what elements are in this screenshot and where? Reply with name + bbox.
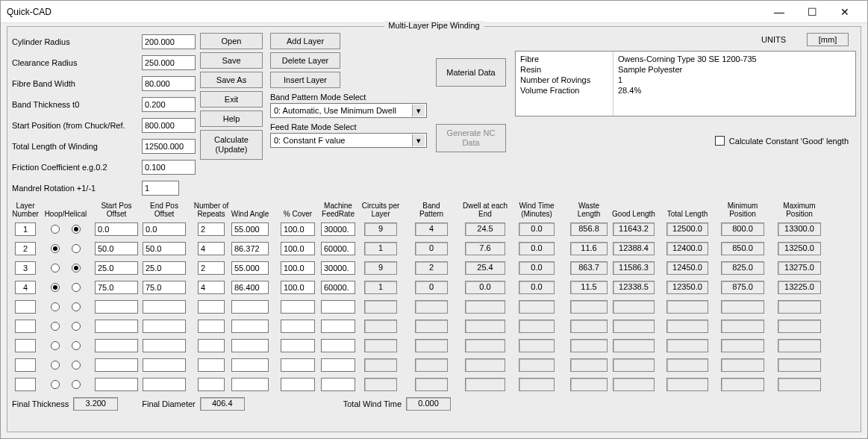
cylinder-radius-input[interactable]	[142, 34, 196, 49]
wind-angle-input[interactable]	[231, 358, 269, 372]
band-thickness-label: Band Thickness t0	[12, 100, 139, 109]
helical-radio[interactable]	[72, 244, 81, 253]
num-repeats-input[interactable]	[198, 339, 225, 352]
wind-angle-input[interactable]	[231, 222, 269, 236]
start-pos-offset-input[interactable]	[95, 281, 138, 294]
calculate-button[interactable]: Calculate (Update)	[200, 130, 263, 160]
wind-angle-input[interactable]	[231, 261, 269, 275]
end-pos-offset-input[interactable]	[143, 378, 186, 391]
wind-angle-input[interactable]	[231, 281, 269, 294]
insert-layer-button[interactable]: Insert Layer	[270, 72, 340, 88]
generate-nc-button[interactable]: Generate NC Data	[436, 124, 506, 152]
pct-cover-input[interactable]	[281, 320, 315, 333]
start-pos-offset-input[interactable]	[95, 320, 138, 333]
max-position-value: 13275.0	[778, 261, 821, 275]
feed-rate-input[interactable]	[321, 378, 355, 391]
feed-rate-mode-select[interactable]: 0: Constant F value	[270, 133, 427, 148]
save-as-button[interactable]: Save As	[200, 72, 263, 88]
wind-angle-input[interactable]	[231, 242, 269, 255]
end-pos-offset-input[interactable]	[143, 281, 186, 294]
helical-radio[interactable]	[72, 341, 81, 350]
feed-rate-input[interactable]	[321, 261, 355, 275]
hoop-radio[interactable]	[51, 322, 60, 331]
helical-radio[interactable]	[72, 380, 81, 389]
start-pos-offset-input[interactable]	[95, 378, 138, 391]
num-repeats-input[interactable]	[198, 261, 225, 275]
hoop-radio[interactable]	[51, 225, 60, 234]
num-repeats-input[interactable]	[198, 358, 225, 372]
end-pos-offset-input[interactable]	[143, 300, 186, 314]
start-position-input[interactable]	[142, 118, 196, 133]
open-button[interactable]: Open	[200, 33, 263, 49]
num-repeats-input[interactable]	[198, 281, 225, 294]
feed-rate-input[interactable]	[321, 242, 355, 255]
end-pos-offset-input[interactable]	[143, 261, 186, 275]
pct-cover-input[interactable]	[281, 281, 315, 294]
num-repeats-input[interactable]	[198, 222, 225, 236]
start-pos-offset-input[interactable]	[95, 261, 138, 275]
layer-row	[12, 318, 856, 334]
hoop-radio[interactable]	[51, 302, 60, 311]
hoop-radio[interactable]	[51, 244, 60, 253]
pct-cover-input[interactable]	[281, 222, 315, 236]
feed-rate-input[interactable]	[321, 300, 355, 314]
wind-angle-input[interactable]	[231, 300, 269, 314]
hoop-radio[interactable]	[51, 264, 60, 273]
exit-button[interactable]: Exit	[200, 91, 263, 108]
helical-radio[interactable]	[72, 322, 81, 331]
wind-angle-input[interactable]	[231, 339, 269, 352]
friction-coeff-input[interactable]	[142, 160, 196, 175]
pct-cover-input[interactable]	[281, 242, 315, 255]
helical-radio[interactable]	[72, 225, 81, 234]
feed-rate-input[interactable]	[321, 281, 355, 294]
start-pos-offset-input[interactable]	[95, 339, 138, 352]
close-icon[interactable]: ✕	[828, 1, 861, 22]
fibre-band-width-input[interactable]	[142, 76, 196, 91]
helical-radio[interactable]	[72, 264, 81, 273]
pct-cover-input[interactable]	[281, 300, 315, 314]
add-layer-button[interactable]: Add Layer	[270, 33, 340, 49]
hoop-radio[interactable]	[51, 283, 60, 292]
mandrel-rotation-input[interactable]	[142, 181, 179, 196]
wind-angle-input[interactable]	[231, 320, 269, 333]
save-button[interactable]: Save	[200, 52, 263, 69]
band-pattern-mode-select[interactable]: 0: Automatic, Use Minimum Dwell	[270, 103, 427, 118]
hoop-radio[interactable]	[51, 341, 60, 350]
helical-radio[interactable]	[72, 302, 81, 311]
maximize-icon[interactable]: ☐	[796, 1, 828, 22]
material-data-button[interactable]: Material Data	[436, 58, 506, 87]
clearance-radius-input[interactable]	[142, 55, 196, 70]
end-pos-offset-input[interactable]	[143, 358, 186, 372]
helical-radio[interactable]	[72, 283, 81, 292]
end-pos-offset-input[interactable]	[143, 242, 186, 255]
wind-angle-input[interactable]	[231, 378, 269, 391]
feed-rate-input[interactable]	[321, 358, 355, 372]
num-repeats-input[interactable]	[198, 242, 225, 255]
pct-cover-input[interactable]	[281, 378, 315, 391]
hoop-radio[interactable]	[51, 361, 60, 370]
end-pos-offset-input[interactable]	[143, 339, 186, 352]
feed-rate-input[interactable]	[321, 222, 355, 236]
help-button[interactable]: Help	[200, 110, 263, 127]
end-pos-offset-input[interactable]	[143, 320, 186, 333]
calc-good-length-checkbox[interactable]	[715, 136, 725, 146]
feed-rate-input[interactable]	[321, 320, 355, 333]
delete-layer-button[interactable]: Delete Layer	[270, 52, 340, 69]
num-repeats-input[interactable]	[198, 300, 225, 314]
start-pos-offset-input[interactable]	[95, 242, 138, 255]
helical-radio[interactable]	[72, 361, 81, 370]
end-pos-offset-input[interactable]	[143, 222, 186, 236]
num-repeats-input[interactable]	[198, 378, 225, 391]
minimize-icon[interactable]: —	[763, 1, 796, 22]
hoop-radio[interactable]	[51, 380, 60, 389]
pct-cover-input[interactable]	[281, 358, 315, 372]
pct-cover-input[interactable]	[281, 261, 315, 275]
pct-cover-input[interactable]	[281, 339, 315, 352]
feed-rate-input[interactable]	[321, 339, 355, 352]
start-pos-offset-input[interactable]	[95, 358, 138, 372]
start-pos-offset-input[interactable]	[95, 222, 138, 236]
start-pos-offset-input[interactable]	[95, 300, 138, 314]
num-repeats-input[interactable]	[198, 320, 225, 333]
total-length-input[interactable]	[142, 139, 196, 154]
band-thickness-input[interactable]	[142, 97, 196, 112]
